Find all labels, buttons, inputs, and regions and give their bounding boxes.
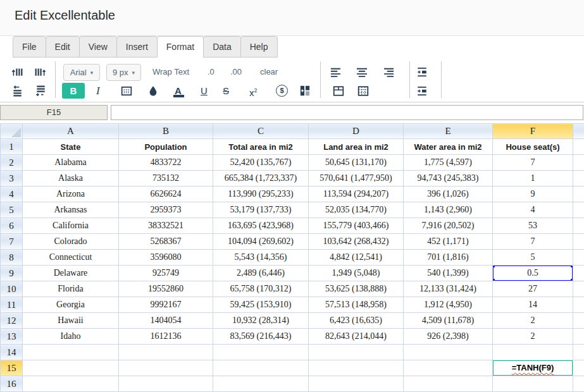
cell-B4[interactable]: 6626624 (119, 187, 213, 202)
cell-A12[interactable]: Hawaii (23, 313, 119, 329)
cell-A15[interactable] (23, 360, 119, 376)
cell-E3[interactable]: 94,743 (245,383) (404, 171, 493, 187)
cell-A10[interactable]: Florida (23, 281, 119, 297)
row-header-12[interactable]: 12 (1, 313, 23, 329)
row-header-14[interactable]: 14 (1, 345, 23, 360)
cell-E11[interactable]: 1,912 (4,950) (404, 297, 493, 313)
cell-E14[interactable] (404, 345, 493, 360)
cell-D1[interactable]: Land area in mi2 (309, 139, 404, 155)
cell-F2[interactable]: 7 (493, 155, 573, 171)
cell-F7[interactable]: 7 (493, 234, 573, 250)
cell-B7[interactable]: 5268367 (119, 234, 213, 250)
cell-E12[interactable]: 4,509 (11,678) (404, 313, 493, 329)
cell-D6[interactable]: 155,779 (403,466) (309, 218, 404, 234)
cell-F9[interactable]: 0.5 (493, 266, 573, 281)
row-header-11[interactable]: 11 (1, 297, 23, 313)
cell-partial-8[interactable] (573, 250, 584, 266)
underline-button[interactable]: U (201, 83, 208, 99)
cell-partial-14[interactable] (573, 345, 584, 360)
cell-E16[interactable] (404, 376, 493, 392)
cell-E6[interactable]: 7,916 (20,502) (404, 218, 493, 234)
cell-B11[interactable]: 9992167 (119, 297, 213, 313)
cell-partial-9[interactable] (573, 266, 584, 281)
cell-partial-7[interactable] (573, 234, 584, 250)
column-header-E[interactable]: E (404, 124, 493, 139)
cell-E5[interactable]: 1,143 (2,960) (404, 202, 493, 218)
cell-B2[interactable]: 4833722 (119, 155, 213, 171)
row-header-2[interactable]: 2 (1, 155, 23, 171)
column-header-D[interactable]: D (309, 124, 404, 139)
row-header-6[interactable]: 6 (1, 218, 23, 234)
italic-button[interactable]: I (96, 83, 100, 99)
cell-partial-11[interactable] (573, 297, 584, 313)
column-header-A[interactable]: A (23, 124, 119, 139)
cell-F10[interactable]: 27 (493, 281, 573, 297)
align-center-icon[interactable] (356, 68, 368, 79)
cell-A7[interactable]: Colorado (23, 234, 119, 250)
cell-C3[interactable]: 665,384 (1,723,337) (213, 171, 309, 187)
cell-C15[interactable] (213, 360, 309, 376)
cell-E13[interactable]: 926 (2,398) (404, 329, 493, 345)
cell-partial-10[interactable] (573, 281, 584, 297)
cell-F3[interactable]: 1 (493, 171, 573, 187)
cell-partial-1[interactable] (573, 139, 584, 155)
tab-data[interactable]: Data (203, 36, 241, 58)
name-box[interactable]: F15 (0, 105, 108, 120)
cell-F12[interactable]: 2 (493, 313, 573, 329)
tab-format[interactable]: Format (157, 36, 204, 58)
cell-F4[interactable]: 9 (493, 187, 573, 202)
cell-C8[interactable]: 5,543 (14,356) (213, 250, 309, 266)
align-right-icon[interactable] (382, 68, 395, 79)
cell-A2[interactable]: Alabama (23, 155, 119, 171)
cell-C7[interactable]: 104,094 (269,602) (213, 234, 309, 250)
cell-D2[interactable]: 50,645 (131,170) (309, 155, 404, 171)
row-header-1[interactable]: 1 (1, 139, 23, 155)
borders-icon[interactable] (120, 85, 133, 97)
currency-button[interactable]: $ (276, 83, 288, 99)
row-header-15[interactable]: 15 (1, 360, 23, 376)
cell-C5[interactable]: 53,179 (137,733) (213, 202, 309, 218)
column-header-partial[interactable] (573, 124, 584, 139)
cell-E4[interactable]: 396 (1,026) (404, 187, 493, 202)
cell-E8[interactable]: 701 (1,816) (404, 250, 493, 266)
cell-A4[interactable]: Arizona (23, 187, 119, 202)
insert-row-above-icon[interactable] (11, 85, 23, 97)
cell-C2[interactable]: 52,420 (135,767) (213, 155, 309, 171)
cell-B16[interactable] (119, 376, 213, 392)
decimal-decrease-button[interactable]: .0 (208, 64, 214, 80)
selection-handle[interactable] (493, 266, 495, 268)
strikethrough-button[interactable]: S (223, 83, 229, 99)
cell-D9[interactable]: 1,949 (5,048) (309, 266, 404, 281)
cell-A16[interactable] (23, 376, 119, 392)
cell-A11[interactable]: Georgia (23, 297, 119, 313)
cell-A8[interactable]: Connecticut (23, 250, 119, 266)
cell-C10[interactable]: 65,758 (170,312) (213, 281, 309, 297)
font-size-dropdown[interactable]: 9 px ▾ (106, 64, 141, 81)
cell-B8[interactable]: 3596080 (119, 250, 213, 266)
table-borders-icon[interactable] (357, 85, 370, 97)
cell-E9[interactable]: 540 (1,399) (404, 266, 493, 281)
cell-D14[interactable] (309, 345, 404, 360)
merge-cells-icon[interactable] (332, 85, 345, 97)
clear-format-button[interactable]: clear (260, 64, 278, 80)
cell-B15[interactable] (119, 360, 213, 376)
cell-F6[interactable]: 53 (493, 218, 573, 234)
select-all-corner[interactable] (1, 124, 23, 139)
cell-partial-16[interactable] (573, 376, 584, 392)
cell-partial-13[interactable] (573, 329, 584, 345)
cell-B5[interactable]: 2959373 (119, 202, 213, 218)
cell-C11[interactable]: 59,425 (153,910) (213, 297, 309, 313)
cell-F8[interactable]: 5 (493, 250, 573, 266)
cell-E7[interactable]: 452 (1,171) (404, 234, 493, 250)
cell-partial-2[interactable] (573, 155, 584, 171)
insert-row-below-icon[interactable] (34, 85, 47, 97)
cell-B3[interactable]: 735132 (119, 171, 213, 187)
row-header-7[interactable]: 7 (1, 234, 23, 250)
indent-top-icon[interactable] (416, 66, 428, 78)
cell-E10[interactable]: 12,133 (31,424) (404, 281, 493, 297)
formula-input[interactable] (111, 105, 583, 120)
cell-D7[interactable]: 103,642 (268,432) (309, 234, 404, 250)
indent-bottom-icon[interactable] (416, 85, 428, 97)
cell-F15[interactable]: =TANH(F9) (493, 360, 573, 376)
cell-B1[interactable]: Population (119, 139, 213, 155)
